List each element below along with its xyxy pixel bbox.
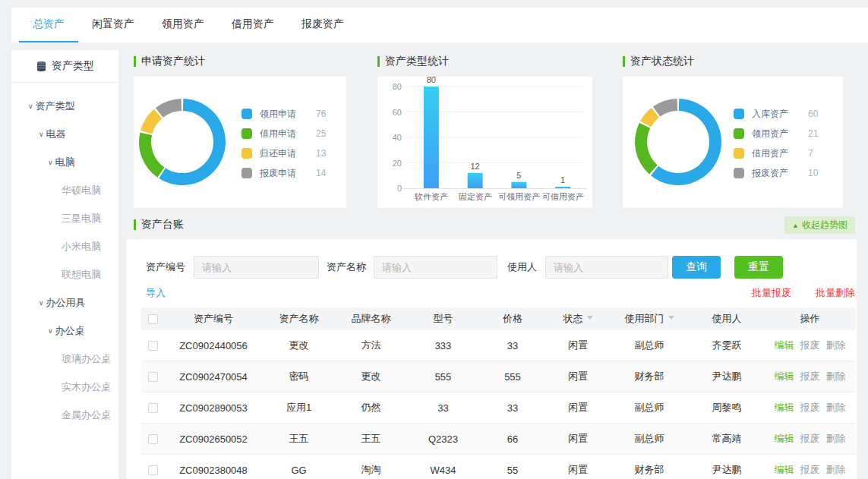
filter-icon[interactable] <box>668 316 674 323</box>
asset-name-input[interactable] <box>374 256 497 279</box>
column-header-2: 资产名称 <box>263 312 335 326</box>
tab-requisition-assets[interactable]: 领用资产 <box>148 8 218 43</box>
asset-code-input[interactable] <box>194 256 319 279</box>
svg-text:软件资产: 软件资产 <box>414 192 448 201</box>
user-input[interactable] <box>545 256 668 279</box>
cell-name: 更改 <box>263 339 335 352</box>
legend-swatch <box>241 148 252 159</box>
cell-price: 33 <box>479 340 546 351</box>
section-bar <box>623 56 625 67</box>
delete-link[interactable]: 删除 <box>826 463 846 477</box>
batch-delete-link[interactable]: 批量删除 <box>816 286 855 300</box>
cell-status: 闲置 <box>546 463 610 477</box>
scrap-link[interactable]: 报废 <box>800 463 820 477</box>
section-bar <box>377 56 380 67</box>
tab-scrap-assets[interactable]: 报废资产 <box>288 8 358 43</box>
row-checkbox-cell <box>141 465 164 475</box>
cell-price: 555 <box>479 371 546 383</box>
tree-item-3[interactable]: ∨电脑 <box>11 148 118 176</box>
tree-item-8[interactable]: ∨办公用具 <box>11 288 118 317</box>
type-bar-chart: 02040608080软件资产12固定资产5可领用资产1可借用资产 <box>377 77 592 208</box>
batch-scrap-link[interactable]: 批量报废 <box>752 286 791 300</box>
legend-label: 领用申请 <box>260 108 307 121</box>
edit-link[interactable]: 编辑 <box>775 370 794 383</box>
cell-brand: 王五 <box>335 432 407 446</box>
column-header-7: 使用部门 <box>610 312 689 326</box>
legend-item: 领用资产21 <box>734 124 818 143</box>
row-checkbox[interactable] <box>148 403 158 413</box>
legend-swatch <box>734 168 744 178</box>
row-checkbox-cell <box>141 341 164 351</box>
scrap-link[interactable]: 报废 <box>800 339 820 352</box>
tree-item-5[interactable]: 三星电脑 <box>11 204 118 232</box>
scrap-link[interactable]: 报废 <box>800 401 820 414</box>
table-row: ZC0902440056更改方法33333闲置副总师齐雯跃编辑报废删除 <box>141 330 855 361</box>
section-bar <box>134 56 136 67</box>
type-stats-card: 02040608080软件资产12固定资产5可领用资产1可借用资产 <box>377 77 592 208</box>
row-checkbox[interactable] <box>148 341 158 351</box>
cell-status: 闲置 <box>546 432 610 446</box>
row-checkbox[interactable] <box>148 434 158 444</box>
tree-item-7[interactable]: 联想电脑 <box>11 260 118 288</box>
edit-link[interactable]: 编辑 <box>775 463 794 477</box>
filter-icon[interactable] <box>587 316 593 323</box>
tree-item-11[interactable]: 实木办公桌 <box>11 373 118 401</box>
column-header-1: 资产编号 <box>164 312 263 326</box>
tree-item-12[interactable]: 金属办公桌 <box>11 401 118 429</box>
tab-idle-assets[interactable]: 闲置资产 <box>78 8 148 43</box>
legend-label: 领用资产 <box>752 128 799 140</box>
collapse-trend-button[interactable]: ▲ 收起趋势图 <box>784 216 855 234</box>
cell-brand: 淘淘 <box>335 463 407 477</box>
legend-swatch <box>734 109 744 119</box>
row-actions: 编辑报废删除 <box>765 463 855 477</box>
legend-label: 报废资产 <box>752 167 799 180</box>
delete-link[interactable]: 删除 <box>826 370 846 383</box>
apply-stats-title: 申请资产统计 <box>134 54 346 69</box>
import-link[interactable]: 导入 <box>146 286 166 300</box>
scrap-link[interactable]: 报废 <box>800 432 820 446</box>
column-header-8: 使用人 <box>689 312 765 326</box>
type-stats-title-text: 资产类型统计 <box>385 55 449 68</box>
legend-value: 60 <box>808 109 818 119</box>
row-checkbox[interactable] <box>148 465 158 475</box>
delete-link[interactable]: 删除 <box>826 401 846 414</box>
cell-code: ZC0902440056 <box>164 340 263 351</box>
reset-button[interactable]: 重置 <box>734 256 783 279</box>
tree-item-6[interactable]: 小米电脑 <box>11 232 118 260</box>
svg-text:可领用资产: 可领用资产 <box>498 192 540 201</box>
table-row: ZC0902650052王五王五Q232366闲置副总师常高靖编辑报废删除 <box>141 424 855 455</box>
edit-link[interactable]: 编辑 <box>775 339 794 352</box>
tree-item-2[interactable]: ∨电器 <box>11 120 118 148</box>
chevron-down-icon: ∨ <box>39 299 44 307</box>
scrap-link[interactable]: 报废 <box>800 370 820 383</box>
legend-swatch <box>241 128 252 139</box>
delete-link[interactable]: 删除 <box>826 339 846 352</box>
tab-borrow-assets[interactable]: 借用资产 <box>218 8 288 43</box>
cell-model: W434 <box>407 465 479 476</box>
tree-item-10[interactable]: 玻璃办公桌 <box>11 345 118 373</box>
tree-item-label: 联想电脑 <box>62 268 101 282</box>
tree-item-label: 办公用具 <box>46 296 86 310</box>
tree-item-4[interactable]: 华硕电脑 <box>11 176 118 204</box>
sidebar-header: 资产类型 <box>11 50 118 83</box>
delete-link[interactable]: 删除 <box>826 432 846 446</box>
ledger-title: 资产台账 <box>134 217 184 232</box>
tree-item-9[interactable]: ∨办公桌 <box>11 317 118 345</box>
tree-item-label: 办公桌 <box>55 324 85 338</box>
row-actions: 编辑报废删除 <box>765 370 855 383</box>
svg-text:1: 1 <box>560 175 565 184</box>
row-checkbox[interactable] <box>148 372 158 382</box>
search-button[interactable]: 查询 <box>672 256 721 279</box>
cell-model: 333 <box>407 340 479 351</box>
column-header-4: 型号 <box>407 312 479 326</box>
edit-link[interactable]: 编辑 <box>775 401 794 414</box>
cell-model: 33 <box>407 402 479 414</box>
tab-total-assets[interactable]: 总资产 <box>19 8 78 43</box>
tree-item-1[interactable]: ∨资产类型 <box>11 92 118 120</box>
cell-price: 66 <box>479 433 546 445</box>
legend-item: 借用申请25 <box>241 124 326 143</box>
asset-management-page: 总资产闲置资产领用资产借用资产报废资产 资产类型 ∨资产类型∨电器∨电脑华硕电脑… <box>0 0 868 479</box>
cell-code: ZC0902470054 <box>164 371 263 383</box>
edit-link[interactable]: 编辑 <box>775 432 794 446</box>
select-all-checkbox[interactable] <box>148 314 158 324</box>
